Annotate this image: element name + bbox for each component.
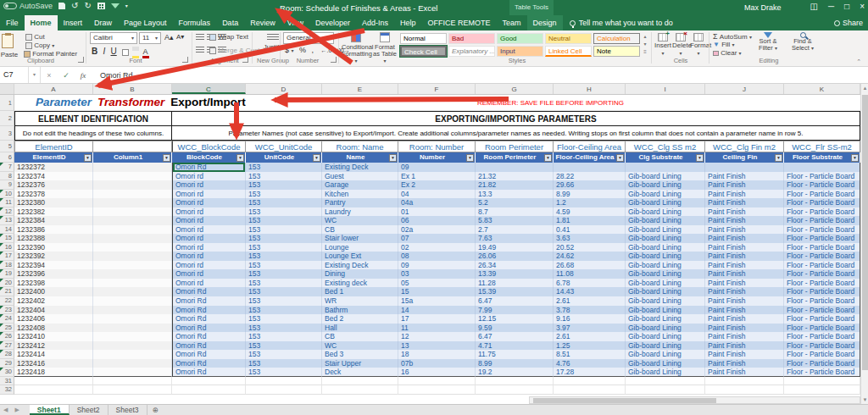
param-name-cell[interactable]: WCC_Clg Fin m2 (705, 141, 784, 152)
cell[interactable]: 1232384 (14, 216, 93, 225)
cell[interactable]: 11 (398, 324, 476, 333)
cell[interactable]: Floor - Particle Board (784, 332, 860, 341)
cell[interactable]: Omori Rd (172, 287, 246, 296)
cell[interactable]: 1232386 (14, 225, 93, 235)
cell[interactable]: WC (322, 216, 398, 225)
cell[interactable]: 21.32 (476, 172, 554, 181)
banner-cell[interactable]: ParameterTransformerExport/ImportREMEMBE… (14, 95, 860, 111)
cancel-icon[interactable]: × (41, 71, 58, 80)
cell[interactable]: Hall (322, 324, 398, 333)
gallery-up-icon[interactable]: ▴ (642, 33, 648, 41)
cell[interactable]: Existing Deck (322, 261, 398, 270)
cell[interactable]: 26.34 (476, 261, 554, 270)
cell[interactable]: Omori Rd (172, 341, 246, 351)
cell[interactable] (554, 163, 626, 172)
cell[interactable]: Bed 2 (322, 314, 398, 324)
clipboard-dialog-launcher[interactable] (78, 57, 84, 63)
cell[interactable] (705, 163, 784, 172)
find-select-button[interactable]: Find & Select ▾ (787, 32, 819, 52)
cell-style-normal[interactable]: Normal (400, 33, 447, 44)
ribbon-tab-formulas[interactable]: Formulas (173, 15, 217, 30)
row-number[interactable]: 5 (0, 141, 14, 152)
column-header-f[interactable]: F (398, 84, 476, 94)
formula-bar-value[interactable]: Omori Rd (92, 71, 133, 80)
delete-cells-button[interactable]: Delete▾ (672, 33, 689, 57)
cell[interactable]: 1232392 (14, 252, 93, 261)
number-dialog-launcher[interactable] (331, 57, 337, 63)
cell[interactable]: 1232378 (14, 190, 93, 199)
cell[interactable]: WC (322, 341, 398, 351)
insert-function-icon[interactable]: fx (75, 71, 92, 80)
empty-cell[interactable] (14, 377, 93, 386)
ribbon-display-options-icon[interactable]: ◫ (810, 2, 818, 11)
cell[interactable]: WR (322, 296, 398, 306)
table-header-elementid[interactable]: ElementID▼ (14, 152, 93, 163)
cell-style-good[interactable]: Good (497, 33, 543, 44)
cell[interactable]: 1232404 (14, 306, 93, 315)
cell-style-linked-cell[interactable]: Linked Cell (545, 46, 592, 57)
ribbon-tab-page-layout[interactable]: Page Layout (118, 15, 173, 30)
cell[interactable]: Floor - Particle Board (784, 359, 860, 368)
cell[interactable]: Stair Upper (322, 359, 398, 368)
ribbon-tab-insert[interactable]: Insert (58, 15, 89, 30)
cell[interactable]: 11.28 (476, 279, 554, 288)
cell[interactable]: Paint Finish (705, 225, 784, 235)
cell[interactable]: Omori rd (172, 180, 246, 190)
cell[interactable]: 153 (246, 190, 322, 199)
row-number[interactable]: 6 (0, 152, 14, 163)
cell[interactable]: Paint Finish (705, 368, 784, 377)
cell[interactable]: Stair lower (322, 234, 398, 243)
column-header-b[interactable]: B (93, 84, 172, 94)
column-header-i[interactable]: I (626, 84, 705, 94)
cell[interactable]: Paint Finish (705, 350, 784, 359)
cell[interactable]: 6.47 (476, 296, 554, 306)
cell[interactable]: 26.06 (476, 252, 554, 261)
cell[interactable]: Omori rd (172, 234, 246, 243)
cell[interactable]: 17.28 (554, 368, 626, 377)
cell[interactable]: 19.2 (476, 368, 554, 377)
column-header-a[interactable]: A (14, 84, 93, 94)
cell[interactable]: Paint Finish (705, 261, 784, 270)
row-number[interactable]: 8 (0, 172, 14, 181)
cell[interactable]: 26.68 (554, 261, 626, 270)
param-name-cell[interactable]: Room: Name (322, 141, 398, 152)
wrap-text-button[interactable]: Wrap Text (209, 33, 248, 41)
name-box-caret[interactable]: ▾ (29, 67, 41, 83)
cell[interactable]: Gib-board Lining (626, 279, 705, 288)
empty-cell[interactable] (626, 385, 705, 395)
ribbon-tab-design[interactable]: Design (527, 15, 563, 30)
cell[interactable]: 1232376 (14, 180, 93, 190)
column-header-d[interactable]: D (246, 84, 322, 94)
ribbon-tab-review[interactable]: Review (244, 15, 281, 30)
cell[interactable]: 07b (398, 359, 476, 368)
cell[interactable]: Omori Rd (172, 324, 246, 333)
empty-cell[interactable] (554, 385, 626, 395)
cell[interactable]: 13.39 (476, 269, 554, 279)
cell[interactable]: Guest (322, 172, 398, 181)
cell[interactable]: 1232374 (14, 172, 93, 181)
cell[interactable]: Floor - Particle Board (784, 216, 860, 225)
cell[interactable]: Paint Finish (705, 216, 784, 225)
cell[interactable]: 1232390 (14, 243, 93, 252)
table-header-unitcode[interactable]: UnitCode▼ (246, 152, 322, 163)
row-number[interactable]: 1 (0, 95, 14, 111)
cell[interactable]: Bathrm (322, 306, 398, 315)
cell[interactable]: Floor - Particle Board (784, 208, 860, 217)
cell[interactable]: Pantry (322, 198, 398, 208)
sheet-tab-sheet1[interactable]: Sheet1 (30, 405, 70, 415)
cell[interactable] (93, 269, 172, 279)
cell[interactable]: Bed 3 (322, 350, 398, 359)
font-family-select[interactable]: Calibri▾ (90, 32, 137, 44)
cell[interactable]: 15 (398, 287, 476, 296)
cell[interactable]: Gib-board Lining (626, 190, 705, 199)
underline-button[interactable]: U (110, 47, 116, 56)
table-header-ceiling-fin[interactable]: Ceiling Fin▼ (705, 152, 784, 163)
gallery-more-icon[interactable]: ≡ (642, 48, 648, 56)
empty-cell[interactable] (784, 385, 860, 395)
cell[interactable]: 11.75 (476, 350, 554, 359)
cell[interactable]: CB (322, 332, 398, 341)
column-header-j[interactable]: J (705, 84, 784, 94)
cell[interactable]: Ex 1 (398, 172, 476, 181)
scroll-down-icon[interactable]: ▼ (861, 397, 868, 402)
cell[interactable]: Paint Finish (705, 190, 784, 199)
